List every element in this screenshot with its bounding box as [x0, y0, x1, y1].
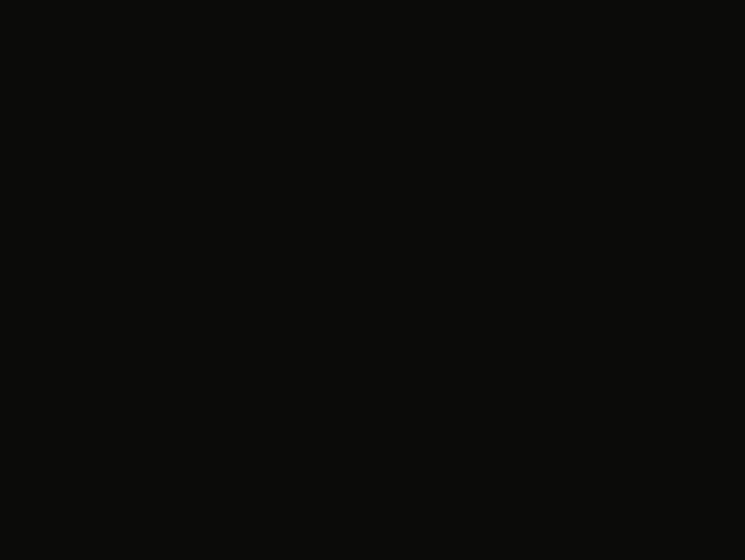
nest-app: [0, 0, 745, 560]
